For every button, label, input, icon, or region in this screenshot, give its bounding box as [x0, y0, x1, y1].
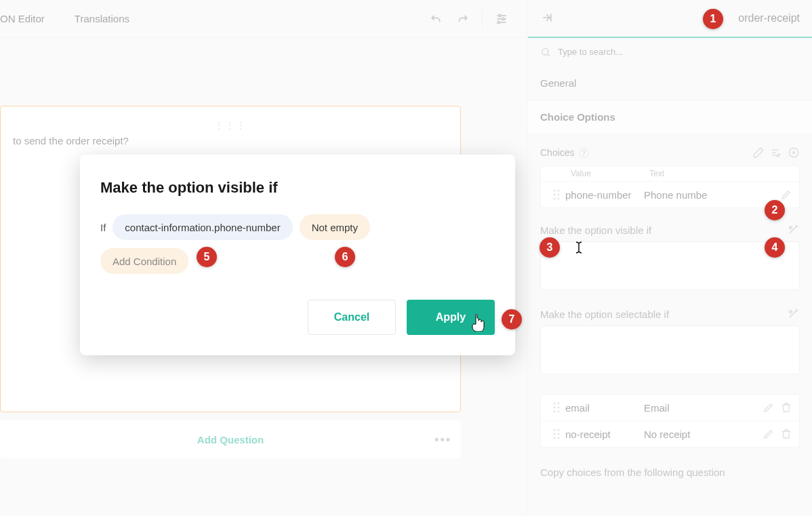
- annotation-badge-2: 2: [765, 200, 785, 220]
- annotation-badge-7: 7: [502, 309, 522, 330]
- condition-operator-select[interactable]: Not empty: [300, 214, 370, 240]
- if-label: If: [100, 222, 106, 233]
- cancel-button[interactable]: Cancel: [308, 300, 396, 335]
- condition-field-select[interactable]: contact-information.phone-number: [113, 214, 292, 240]
- condition-row: If contact-information.phone-number Not …: [100, 214, 495, 240]
- annotation-badge-1: 1: [703, 9, 723, 29]
- apply-button[interactable]: Apply: [407, 300, 495, 335]
- condition-modal: Make the option visible if If contact-in…: [80, 155, 515, 355]
- annotation-badge-4: 4: [765, 237, 785, 258]
- annotation-badge-5: 5: [197, 247, 217, 267]
- modal-footer: Cancel Apply: [100, 300, 495, 335]
- annotation-badge-3: 3: [540, 237, 560, 258]
- add-condition-button[interactable]: Add Condition: [100, 248, 188, 274]
- annotation-badge-6: 6: [335, 247, 355, 267]
- app-root: ON Editor Translations ⋮⋮⋮ to send the o…: [0, 0, 812, 516]
- modal-title: Make the option visible if: [100, 179, 495, 197]
